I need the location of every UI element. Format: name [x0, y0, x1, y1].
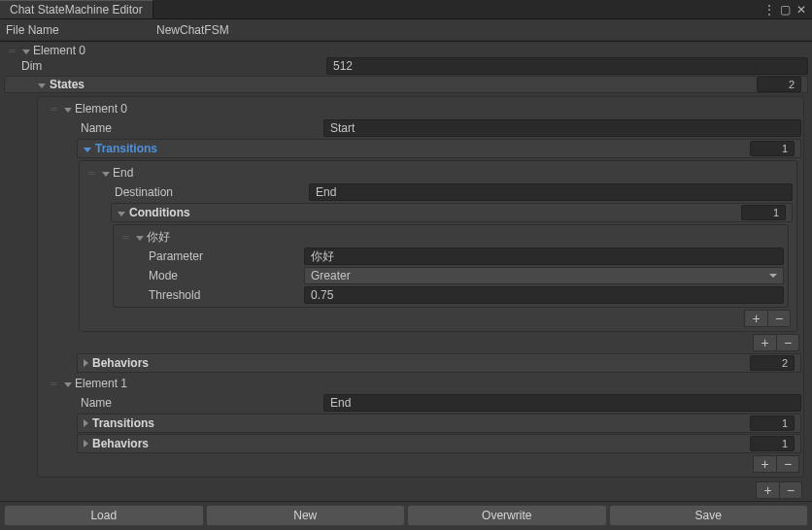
footer: Load New Overwrite Save [0, 501, 812, 530]
states-plusminus: + − [42, 455, 799, 473]
behaviors-1-count[interactable]: 1 [750, 436, 795, 451]
transitions-1-count[interactable]: 1 [750, 415, 795, 431]
foldout-icon[interactable] [99, 166, 113, 180]
add-element-button[interactable]: + [756, 481, 779, 499]
state-0-name-row: Name [40, 118, 801, 138]
threshold-label: Threshold [149, 288, 304, 302]
state-1-name-row: Name [40, 393, 801, 413]
add-state-button[interactable]: + [753, 455, 776, 473]
mode-label: Mode [149, 269, 304, 282]
window-title: Chat StateMachine Editor [10, 3, 143, 17]
behaviors-0-label: Behaviors [92, 356, 149, 370]
condition-0-header[interactable]: ═ 你好 [118, 227, 784, 247]
transitions-box: ═ End Destination Conditions 1 ═ [79, 160, 797, 332]
foldout-icon[interactable] [38, 78, 46, 91]
parameter-row: Parameter [118, 247, 784, 266]
add-condition-button[interactable]: + [744, 310, 767, 327]
conditions-label: Conditions [129, 206, 190, 219]
transition-0-header[interactable]: ═ End [84, 163, 793, 182]
content-area: ═ Element 0 Dim States 2 ═ Element 0 Nam… [0, 41, 812, 501]
mode-dropdown[interactable]: Greater [304, 267, 784, 284]
foldout-icon[interactable] [61, 377, 75, 390]
state-0-label: Element 0 [75, 102, 127, 116]
add-transition-button[interactable]: + [753, 334, 776, 351]
conditions-header[interactable]: Conditions 1 [111, 203, 793, 222]
state-0-header[interactable]: ═ Element 0 [40, 99, 801, 118]
save-button[interactable]: Save [609, 505, 809, 526]
elements-plusminus: + − [6, 481, 802, 499]
transitions-label: Transitions [95, 142, 157, 155]
condition-0-label: 你好 [147, 229, 170, 246]
conditions-plusminus: + − [85, 310, 791, 327]
menu-icon[interactable]: ⋮ [763, 4, 774, 16]
state-0-name-label: Name [81, 121, 323, 135]
threshold-row: Threshold [118, 285, 784, 305]
drag-handle-icon[interactable]: ═ [6, 46, 19, 55]
transitions-1-header[interactable]: Transitions 1 [77, 414, 801, 433]
dim-label: Dim [21, 59, 190, 73]
behaviors-1-label: Behaviors [92, 437, 149, 450]
behaviors-1-header[interactable]: Behaviors 1 [77, 434, 801, 453]
destination-row: Destination [84, 182, 793, 202]
file-name-label: File Name [6, 23, 156, 37]
chevron-down-icon [769, 274, 777, 278]
foldout-icon[interactable] [84, 142, 91, 155]
mode-row: Mode Greater [118, 266, 784, 285]
state-1-name-label: Name [81, 396, 323, 410]
window-tab[interactable]: Chat StateMachine Editor [0, 0, 153, 18]
threshold-input[interactable] [304, 286, 784, 304]
overwrite-button[interactable]: Overwrite [407, 505, 607, 526]
transitions-header[interactable]: Transitions 1 [77, 139, 801, 158]
destination-label: Destination [115, 185, 309, 199]
transition-0-label: End [113, 166, 133, 180]
mode-value: Greater [311, 269, 351, 282]
conditions-box: ═ 你好 Parameter Mode Greater Threshold [113, 224, 789, 308]
maximize-icon[interactable]: ▢ [780, 4, 791, 16]
element-0-label: Element 0 [33, 44, 85, 57]
drag-handle-icon[interactable]: ═ [48, 379, 61, 388]
load-button[interactable]: Load [4, 505, 204, 526]
behaviors-0-header[interactable]: Behaviors 2 [77, 353, 801, 373]
parameter-input[interactable] [304, 248, 784, 265]
transitions-plusminus: + − [42, 334, 799, 351]
foldout-icon[interactable] [84, 437, 88, 450]
state-1-label: Element 1 [75, 377, 127, 390]
states-count[interactable]: 2 [757, 77, 801, 92]
transitions-1-label: Transitions [92, 416, 154, 430]
states-box: ═ Element 0 Name Transitions 1 ═ End Des… [37, 96, 804, 478]
dim-input[interactable] [326, 57, 808, 75]
close-icon[interactable]: ✕ [796, 4, 806, 16]
foldout-icon[interactable] [133, 230, 147, 244]
states-header[interactable]: States 2 [4, 76, 808, 93]
parameter-label: Parameter [149, 249, 304, 263]
foldout-icon[interactable] [61, 102, 75, 116]
conditions-count[interactable]: 1 [741, 205, 786, 220]
remove-condition-button[interactable]: − [767, 310, 791, 327]
state-0-name-input[interactable] [323, 119, 801, 137]
remove-element-button[interactable]: − [779, 481, 802, 499]
state-1-header[interactable]: ═ Element 1 [40, 374, 801, 393]
dim-row: Dim [4, 57, 808, 75]
drag-handle-icon[interactable]: ═ [119, 232, 133, 242]
foldout-icon[interactable] [118, 206, 125, 219]
file-name-value[interactable]: NewChatFSM [156, 23, 229, 37]
foldout-icon[interactable] [84, 356, 88, 370]
element-0-header[interactable]: ═ Element 0 [4, 44, 808, 57]
file-name-row: File Name NewChatFSM [0, 19, 812, 41]
remove-state-button[interactable]: − [776, 455, 799, 473]
destination-input[interactable] [309, 183, 793, 201]
behaviors-0-count[interactable]: 2 [750, 355, 795, 371]
drag-handle-icon[interactable]: ═ [85, 168, 99, 178]
titlebar: Chat StateMachine Editor ⋮ ▢ ✕ [0, 0, 812, 19]
drag-handle-icon[interactable]: ═ [48, 104, 61, 114]
foldout-icon[interactable] [84, 416, 88, 430]
foldout-icon[interactable] [19, 44, 33, 57]
transitions-count[interactable]: 1 [750, 141, 795, 156]
states-label: States [50, 78, 85, 91]
new-button[interactable]: New [206, 505, 406, 526]
state-1-name-input[interactable] [323, 394, 801, 412]
remove-transition-button[interactable]: − [776, 334, 799, 351]
